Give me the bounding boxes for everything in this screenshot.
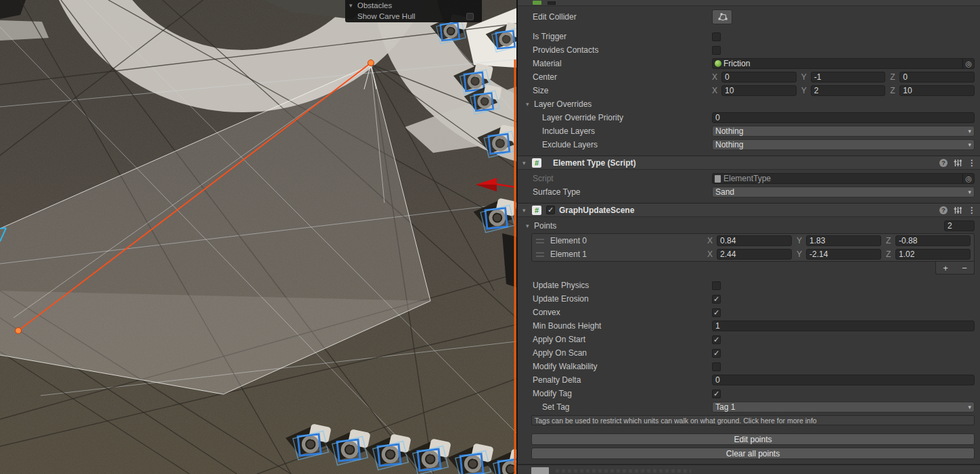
element0-x-field[interactable]: 0.84: [717, 235, 792, 246]
remove-element-button[interactable]: −: [962, 264, 967, 272]
center-row: Center X 0 Y -1 Z 0: [518, 70, 980, 84]
scene-view[interactable]: ▾ Obstacles Show Carve Hull: [0, 0, 516, 474]
convex-checkbox[interactable]: [712, 308, 721, 317]
layer-override-priority-field[interactable]: 0: [712, 112, 975, 123]
presets-icon[interactable]: [954, 206, 962, 214]
element-type-header[interactable]: ▾ # Element Type (Script) ? ⋮: [518, 156, 980, 170]
min-bounds-height-field[interactable]: 1: [712, 321, 975, 331]
provides-contacts-checkbox[interactable]: [712, 46, 721, 55]
script-asset-icon: [715, 175, 721, 183]
size-x-field[interactable]: 10: [721, 85, 797, 96]
layer-override-priority-row: Layer Override Priority 0: [518, 111, 980, 124]
surface-type-dropdown[interactable]: Sand ▾: [712, 187, 975, 197]
tags-help-box[interactable]: Tags can be used to restrict which units…: [531, 415, 975, 425]
inspector-panel: Edit Collider Is Trigger Provides Contac…: [518, 0, 980, 474]
show-carve-hull-checkbox[interactable]: [466, 13, 474, 20]
include-layers-label: Include Layers: [542, 126, 712, 136]
points-element-row: Element 0 X 0.84 Y 1.83 Z -0.88: [532, 234, 974, 247]
asset-thumbnail-icon: [531, 467, 549, 474]
material-value: Friction: [723, 59, 750, 68]
foldout-icon: ▾: [349, 2, 357, 9]
min-bounds-height-row: Min Bounds Height 1: [518, 319, 980, 333]
add-element-button[interactable]: +: [943, 264, 948, 272]
presets-icon[interactable]: [954, 159, 962, 167]
size-y-field[interactable]: 2: [811, 85, 886, 96]
apply-on-scan-checkbox[interactable]: [712, 349, 721, 358]
material-row: Material Friction ◎: [518, 57, 980, 70]
element-label: Element 0: [550, 236, 707, 245]
gizmos-overlay-panel: ▾ Obstacles Show Carve Hull: [345, 0, 482, 22]
help-icon[interactable]: ?: [939, 206, 948, 214]
overlay-obstacles-label: Obstacles: [357, 1, 392, 9]
update-erosion-checkbox[interactable]: [712, 295, 721, 304]
graph-update-scene-enabled-checkbox[interactable]: [546, 206, 555, 214]
drag-handle-icon[interactable]: [536, 239, 544, 243]
edit-collider-button[interactable]: [712, 9, 732, 24]
box-collider-header-partial[interactable]: [518, 0, 980, 6]
overlay-obstacles-row[interactable]: ▾ Obstacles: [345, 0, 482, 11]
points-size-field[interactable]: 2: [944, 220, 975, 231]
include-layers-dropdown[interactable]: Nothing ▾: [712, 126, 975, 137]
help-icon[interactable]: ?: [939, 159, 948, 167]
unity-editor-window: ▾ Obstacles Show Carve Hull Edit Collide…: [0, 0, 980, 474]
foldout-icon: ▾: [522, 160, 532, 166]
element1-y-field[interactable]: -2.14: [806, 249, 881, 260]
is-trigger-checkbox[interactable]: [712, 32, 721, 41]
update-physics-label: Update Physics: [533, 281, 712, 290]
element0-z-field[interactable]: -0.88: [895, 235, 971, 246]
exclude-layers-row: Exclude Layers Nothing ▾: [518, 138, 980, 151]
modify-walkability-checkbox[interactable]: [712, 362, 721, 371]
update-erosion-label: Update Erosion: [533, 294, 712, 304]
element1-x-field[interactable]: 2.44: [717, 249, 792, 260]
apply-on-start-label: Apply On Start: [533, 335, 712, 344]
object-picker-icon[interactable]: ◎: [962, 59, 974, 68]
asset-preview-partial-row[interactable]: [518, 464, 980, 473]
size-z-field[interactable]: 10: [899, 85, 975, 96]
exclude-layers-label: Exclude Layers: [542, 140, 712, 149]
penalty-delta-field[interactable]: 0: [712, 375, 975, 385]
material-object-field[interactable]: Friction ◎: [712, 58, 975, 69]
apply-on-start-checkbox[interactable]: [712, 335, 721, 344]
z-axis-label: Z: [890, 86, 899, 95]
chevron-down-icon: ▾: [968, 402, 971, 412]
kebab-menu-icon[interactable]: ⋮: [968, 158, 976, 168]
center-y-field[interactable]: -1: [811, 72, 886, 82]
penalty-delta-row: Penalty Delta 0: [518, 373, 980, 387]
modify-tag-checkbox[interactable]: [712, 389, 721, 398]
min-bounds-height-label: Min Bounds Height: [533, 321, 712, 331]
center-x-field[interactable]: 0: [721, 72, 797, 82]
graph-update-scene-header[interactable]: ▾ # GraphUpdateScene ? ⋮: [518, 203, 980, 217]
points-foldout-row[interactable]: ▾ Points 2: [518, 219, 980, 233]
exclude-layers-dropdown[interactable]: Nothing ▾: [712, 139, 975, 150]
convex-label: Convex: [533, 308, 712, 317]
chevron-down-icon: ▾: [968, 126, 971, 136]
modify-tag-label: Modify Tag: [533, 389, 712, 398]
drag-handle-icon[interactable]: [536, 252, 544, 257]
chevron-down-icon: ▾: [968, 140, 971, 149]
list-add-remove-box: + −: [935, 262, 975, 275]
y-axis-label: Y: [801, 86, 811, 95]
points-element-row: Element 1 X 2.44 Y -2.14 Z 1.02: [532, 247, 974, 261]
update-physics-checkbox[interactable]: [712, 281, 721, 290]
kebab-menu-icon[interactable]: ⋮: [968, 206, 976, 215]
y-axis-label: Y: [801, 72, 811, 82]
graph-update-scene-title: GraphUpdateScene: [559, 206, 634, 215]
center-z-field[interactable]: 0: [899, 72, 975, 82]
modify-walkability-row: Modify Walkability: [518, 360, 980, 373]
edit-points-button[interactable]: Edit points: [531, 433, 975, 445]
component-enabled-checkbox[interactable]: [548, 1, 556, 5]
element1-z-field[interactable]: 1.02: [895, 249, 971, 260]
overlay-show-carve-hull-row[interactable]: Show Carve Hull: [345, 11, 482, 22]
set-tag-dropdown[interactable]: Tag 1 ▾: [712, 402, 975, 412]
layer-override-priority-label: Layer Override Priority: [542, 113, 712, 122]
element0-y-field[interactable]: 1.83: [806, 235, 881, 246]
set-tag-row: Set Tag Tag 1 ▾: [518, 400, 980, 414]
script-label: Script: [533, 174, 712, 183]
foldout-icon: ▾: [526, 101, 534, 108]
x-axis-label: X: [712, 86, 721, 95]
update-erosion-row: Update Erosion: [518, 292, 980, 306]
layer-overrides-foldout[interactable]: ▾ Layer Overrides: [518, 97, 980, 111]
clear-all-points-button[interactable]: Clear all points: [531, 448, 975, 459]
z-axis-label: Z: [890, 72, 899, 82]
surface-type-row: Surface Type Sand ▾: [518, 185, 980, 199]
